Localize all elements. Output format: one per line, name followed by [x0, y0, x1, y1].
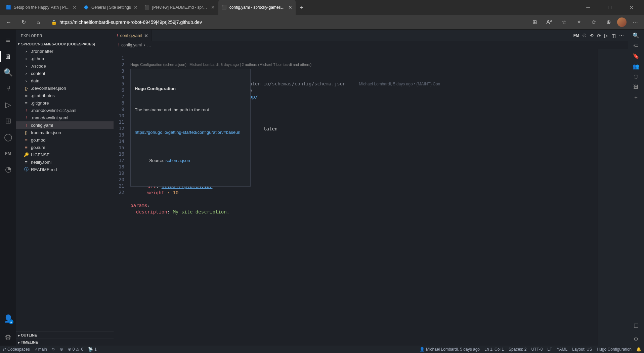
address-bar[interactable]: 🔒 https://michaeltlombardi-supreme-robot…: [47, 19, 526, 25]
run-debug-view[interactable]: ▷: [0, 97, 16, 113]
profile-avatar[interactable]: [617, 17, 627, 27]
workspace-section[interactable]: ▸ SPROCKY-GAMES-COOP [CODESPACES]: [16, 41, 114, 47]
accounts-icon[interactable]: 👤1: [0, 311, 16, 327]
file-item[interactable]: ≡netlify.toml: [16, 158, 114, 166]
file-item[interactable]: !config.yaml: [16, 121, 114, 129]
window-maximize[interactable]: □: [602, 4, 617, 11]
tag-icon[interactable]: 🏷: [633, 43, 639, 49]
code-line[interactable]: [130, 196, 598, 202]
editor-tab-config[interactable]: ! config.yaml ✕: [114, 30, 152, 41]
folder-item[interactable]: ›content: [16, 70, 114, 77]
close-icon[interactable]: ✕: [134, 5, 138, 10]
favorites-bar-icon[interactable]: ✩: [588, 16, 600, 28]
hover-docs-link[interactable]: https://gohugo.io/getting-started/config…: [135, 130, 240, 135]
file-item[interactable]: 🔑LICENSE: [16, 151, 114, 158]
file-item[interactable]: {}frontmatter.json: [16, 129, 114, 136]
browser-tab[interactable]: 🔷General | Site settings✕: [80, 0, 141, 15]
hover-source-link[interactable]: schema.json: [166, 158, 190, 163]
window-minimize[interactable]: ─: [581, 4, 596, 11]
browser-tab[interactable]: ⬛[Preview] README.md - sprocky…✕: [141, 0, 218, 15]
folder-item[interactable]: ›data: [16, 77, 114, 84]
folder-item[interactable]: ›.vscode: [16, 62, 114, 70]
refresh-button[interactable]: ↻: [17, 16, 30, 28]
back-button[interactable]: ←: [3, 16, 15, 28]
problems-indicator[interactable]: ⊗0 ⚠0: [68, 347, 83, 352]
schema-indicator[interactable]: Hugo Configuration: [597, 347, 632, 352]
code-line[interactable]: description: My site description.: [130, 209, 598, 215]
keyboard-layout[interactable]: Layout: US: [572, 347, 592, 352]
reader-icon[interactable]: Aᴬ: [543, 16, 555, 28]
file-item[interactable]: ≡.gitattributes: [16, 92, 114, 99]
file-item[interactable]: ≡go.sum: [16, 144, 114, 151]
indentation[interactable]: Spaces: 2: [509, 347, 526, 352]
code-line[interactable]: params:: [130, 202, 598, 209]
remote-explorer-view[interactable]: ◔: [0, 161, 16, 178]
explorer-menu[interactable]: ⋯: [105, 33, 109, 38]
explorer-view[interactable]: 🗎: [0, 48, 16, 65]
collections-icon[interactable]: ⊕: [602, 16, 614, 28]
file-item[interactable]: ≡.gitignore: [16, 99, 114, 107]
close-icon[interactable]: ✕: [211, 5, 215, 10]
next-change-icon[interactable]: ⟳: [597, 33, 601, 38]
extensions-view[interactable]: ⊞: [0, 113, 16, 129]
remote-indicator[interactable]: ⇄ Codespaces: [3, 347, 30, 352]
browser-tab[interactable]: 🟦Setup on the Happy Path | Platen✕: [3, 0, 80, 15]
settings-icon[interactable]: ⚙: [634, 336, 638, 342]
new-tab-button[interactable]: ＋: [296, 1, 308, 13]
home-button[interactable]: ⌂: [32, 16, 44, 28]
branch-indicator[interactable]: ⑂ main: [35, 347, 47, 352]
minimap[interactable]: [598, 49, 628, 346]
ports-icon[interactable]: ⊘: [60, 347, 63, 352]
folder-item[interactable]: ›.frontmatter: [16, 47, 114, 55]
window-close[interactable]: ✕: [624, 4, 639, 11]
split-editor-icon[interactable]: ◫: [611, 33, 616, 38]
github-view[interactable]: ◯: [0, 129, 16, 145]
code-line[interactable]: [130, 215, 598, 222]
run-icon[interactable]: ▷: [604, 33, 608, 38]
extensions-icon[interactable]: ✧: [573, 16, 585, 28]
code-line[interactable]: weight : 10: [130, 190, 598, 196]
prev-change-icon[interactable]: ⟲: [590, 33, 594, 38]
bookmark-icon[interactable]: 🔖: [633, 53, 639, 59]
blame-status[interactable]: 👤 Michael Lombardi, 5 days ago: [420, 347, 480, 352]
notifications-icon[interactable]: 🔔: [636, 347, 641, 352]
broadcast-indicator[interactable]: 📡1: [88, 347, 97, 352]
folder-item[interactable]: ›.github: [16, 55, 114, 62]
source-control-view[interactable]: ⑂: [0, 81, 16, 97]
image-icon[interactable]: 🖼: [633, 84, 639, 90]
favorite-icon[interactable]: ☆: [558, 16, 570, 28]
outline-section[interactable]: ▸ OUTLINE: [16, 331, 114, 339]
file-item[interactable]: ⓘREADME.md: [16, 166, 114, 173]
file-item[interactable]: ≡go.mod: [16, 136, 114, 144]
language-mode[interactable]: YAML: [557, 347, 567, 352]
timeline-section[interactable]: ▸ TIMELINE: [16, 339, 114, 346]
more-actions-icon[interactable]: ⋯: [619, 33, 624, 38]
file-item[interactable]: !.markdownlint.yaml: [16, 114, 114, 121]
plus-icon[interactable]: ＋: [633, 94, 639, 101]
encoding[interactable]: UTF-8: [531, 347, 543, 352]
toggle-changes-icon[interactable]: ⦾: [583, 33, 586, 38]
hexagon-icon[interactable]: ⬡: [634, 74, 638, 80]
eol[interactable]: LF: [547, 347, 552, 352]
codelens[interactable]: Hugo Configuration (schema.json) | Micha…: [130, 62, 598, 68]
sync-button[interactable]: ⟳: [52, 347, 55, 352]
search-view[interactable]: 🔍: [0, 65, 16, 81]
people-icon[interactable]: 👥: [633, 63, 639, 70]
cursor-position[interactable]: Ln 1, Col 1: [484, 347, 504, 352]
file-item[interactable]: {}.devcontainer.json: [16, 84, 114, 92]
settings-icon[interactable]: ⚙: [0, 329, 16, 346]
browser-tab[interactable]: ⬛config.yaml - sprocky-games-co…✕: [218, 0, 296, 15]
close-icon[interactable]: ✕: [73, 5, 77, 10]
layout-icon[interactable]: ◫: [634, 322, 639, 328]
code-editor[interactable]: Hugo Configuration (schema.json) | Micha…: [130, 49, 598, 346]
file-item[interactable]: !.markdownlint-cli2.yaml: [16, 107, 114, 114]
browser-menu[interactable]: ⋯: [629, 16, 641, 28]
apps-icon[interactable]: ⊞: [528, 16, 541, 28]
menu-toggle[interactable]: ≡: [0, 32, 16, 48]
close-icon[interactable]: ✕: [144, 33, 148, 38]
breadcrumb[interactable]: ! config.yaml › …: [114, 41, 628, 49]
search-icon[interactable]: 🔍: [633, 32, 639, 39]
fm-action[interactable]: FM: [573, 33, 579, 38]
close-icon[interactable]: ✕: [288, 5, 292, 10]
fm-view[interactable]: FM: [0, 145, 16, 161]
